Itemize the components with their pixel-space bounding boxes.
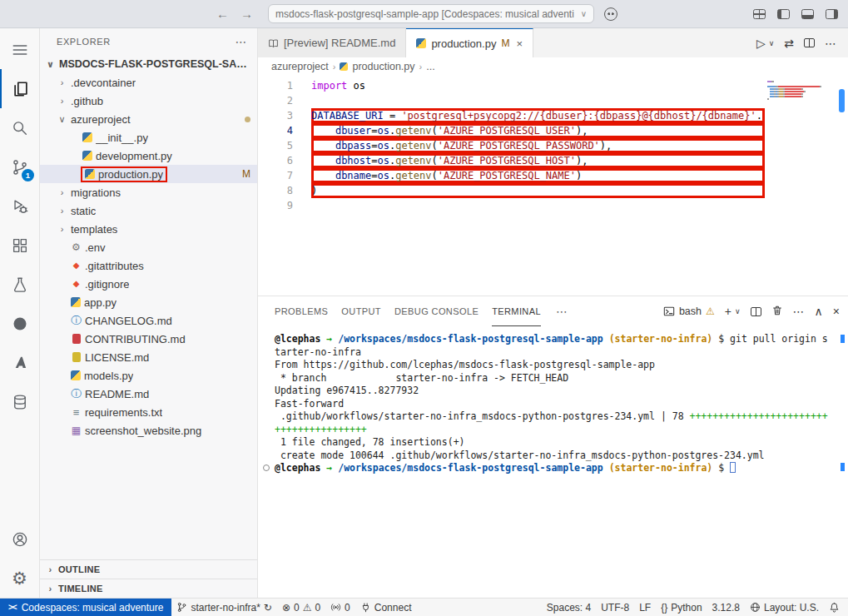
run-dropdown-icon[interactable]: ∨ [769, 39, 775, 47]
python-file-icon [85, 169, 95, 179]
code-line-2[interactable]: 2 [258, 93, 765, 108]
timeline-section[interactable]: › TIMELINE [40, 579, 257, 598]
back-icon[interactable]: ← [216, 7, 229, 21]
testing-beaker-icon[interactable] [0, 265, 39, 304]
connect-button[interactable]: Connect [355, 599, 417, 616]
customize-layout-icon[interactable] [753, 9, 766, 19]
new-terminal-button[interactable]: + [725, 305, 731, 318]
breadcrumb-folder[interactable]: azureproject [271, 61, 329, 72]
tree-item-license-md[interactable]: LICENSE.md [40, 348, 257, 366]
tree-item-templates[interactable]: ›templates [40, 220, 257, 238]
code-line-9[interactable]: 9 [258, 198, 765, 213]
code-line-7[interactable]: 7 dbname=os.getenv('AZURE_POSTGRESQL_NAM… [258, 168, 765, 183]
split-editor-icon[interactable] [804, 38, 815, 47]
branch-indicator[interactable]: starter-no-infra* ↻ [171, 599, 276, 616]
python-version-indicator[interactable]: 3.12.8 [707, 599, 745, 616]
tab-production-py[interactable]: production.py M × [406, 28, 533, 57]
line-number: 7 [258, 168, 293, 183]
ports-indicator[interactable]: 0 [325, 599, 355, 616]
tab-output[interactable]: OUTPUT [341, 296, 381, 326]
minimap[interactable] [765, 76, 836, 296]
eol-indicator[interactable]: LF [634, 599, 656, 616]
explorer-icon[interactable] [0, 69, 39, 108]
toggle-panel-icon[interactable] [801, 9, 814, 19]
tree-item-models-py[interactable]: models.py [40, 366, 257, 385]
source-control-icon[interactable]: 1 [0, 147, 39, 186]
breadcrumb-file[interactable]: production.py [352, 61, 414, 72]
problems-indicator[interactable]: ⊗ 0 ⚠ 0 [277, 599, 325, 616]
split-terminal-icon[interactable] [751, 307, 761, 316]
tree-item-contributing-md[interactable]: CONTRIBUTING.md [40, 330, 257, 348]
more-actions-icon[interactable]: ⋯ [825, 37, 836, 50]
command-center[interactable]: msdocs-flask-postgresql-sample-app [Code… [268, 4, 594, 23]
tab-terminal[interactable]: TERMINAL [492, 296, 541, 326]
tree-item-azureproject[interactable]: ∨azureproject [40, 110, 257, 128]
breadcrumb-symbol[interactable]: ... [426, 61, 434, 72]
forward-icon[interactable]: → [241, 7, 253, 21]
azure-icon[interactable] [0, 343, 39, 382]
language-indicator[interactable]: {} Python [656, 599, 707, 616]
toggle-sidebar-icon[interactable] [777, 9, 790, 19]
menu-icon[interactable] [0, 30, 39, 69]
code-line-3[interactable]: 3DATABASE_URI = 'postgresql+psycopg2://{… [258, 108, 765, 123]
more-actions-icon[interactable]: ⋯ [793, 305, 805, 318]
more-actions-icon[interactable]: ⋯ [235, 35, 247, 48]
tree-item-msdocs-flask-postgresql-sample[interactable]: ∨MSDOCS-FLASK-POSTGRESQL-SAMPLE-... [40, 55, 257, 73]
more-actions-icon[interactable]: ⋯ [556, 305, 568, 318]
copilot-icon[interactable] [604, 7, 617, 21]
tree-item-app-py[interactable]: app.py [40, 293, 257, 311]
tree-item-gitignore[interactable]: ◆.gitignore [40, 275, 257, 293]
close-icon[interactable]: × [516, 37, 523, 50]
run-button[interactable]: ▷ [756, 37, 766, 50]
account-icon[interactable] [0, 519, 39, 559]
tree-item-changelog-md[interactable]: ⓘCHANGELOG.md [40, 311, 257, 330]
tree-item-gitattributes[interactable]: ◆.gitattributes [40, 256, 257, 275]
tree-item-github[interactable]: ›.github [40, 92, 257, 110]
toggle-secondary-sidebar-icon[interactable] [826, 9, 838, 19]
indentation-indicator[interactable]: Spaces: 4 [542, 599, 596, 616]
code-line-6[interactable]: 6 dbhost=os.getenv('AZURE_POSTGRESQL_HOS… [258, 153, 765, 168]
open-changes-icon[interactable]: ⇄ [784, 37, 794, 50]
keyboard-layout-indicator[interactable]: Layout: U.S. [745, 599, 824, 616]
github-icon[interactable] [0, 304, 39, 343]
search-icon[interactable] [0, 108, 39, 147]
code-line-4[interactable]: 4 dbuser=os.getenv('AZURE_POSTGRESQL_USE… [258, 123, 765, 138]
tree-item-readme-md[interactable]: ⓘREADME.md [40, 385, 257, 403]
outline-section[interactable]: › OUTLINE [40, 559, 257, 579]
tree-item-env[interactable]: ⚙.env [40, 238, 257, 256]
kill-terminal-icon[interactable] [771, 305, 783, 319]
tab-debug-console[interactable]: DEBUG CONSOLE [394, 296, 479, 326]
tab-readme-preview[interactable]: [Preview] README.md [258, 28, 406, 57]
database-icon[interactable] [0, 382, 39, 421]
remote-indicator[interactable]: >< Codespaces: musical adventure [0, 599, 171, 616]
code-line-5[interactable]: 5 dbpass=os.getenv('AZURE_POSTGRESQL_PAS… [258, 138, 765, 153]
command-decoration-icon[interactable] [263, 464, 270, 471]
extensions-icon[interactable] [0, 226, 39, 265]
settings-gear-icon[interactable]: ⚙ [0, 559, 39, 598]
chevron-down-icon[interactable]: ∨ [735, 307, 741, 315]
run-debug-icon[interactable] [0, 186, 39, 226]
file-name: .github [71, 95, 103, 107]
tab-problems[interactable]: PROBLEMS [275, 296, 328, 326]
encoding-indicator[interactable]: UTF-8 [596, 599, 634, 616]
tree-item-init-py[interactable]: __init__.py [40, 128, 257, 147]
warning-icon: ⚠ [303, 602, 312, 614]
tree-item-requirements-txt[interactable]: ≡requirements.txt [40, 403, 257, 421]
tree-item-migrations[interactable]: ›migrations [40, 183, 257, 201]
shell-selector[interactable]: bash ⚠ [663, 306, 715, 317]
code-line-1[interactable]: 1import os [258, 78, 765, 93]
tree-item-screenshot-website-png[interactable]: ▦screenshot_website.png [40, 421, 257, 440]
tree-item-development-py[interactable]: development.py [40, 147, 257, 165]
tree-item-production-py[interactable]: production.pyM [40, 165, 257, 183]
chevron-right-icon: › [57, 224, 67, 234]
overview-ruler[interactable] [836, 76, 848, 296]
tree-item-devcontainer[interactable]: ›.devcontainer [40, 73, 257, 92]
image-file-icon: ▦ [71, 425, 82, 435]
tree-item-static[interactable]: ›static [40, 201, 257, 220]
terminal-output[interactable]: @lcephas → /workspaces/msdocs-flask-post… [258, 326, 848, 598]
code-line-8[interactable]: 8) [258, 183, 765, 198]
code-lines[interactable]: 1import os23DATABASE_URI = 'postgresql+p… [258, 76, 765, 296]
notifications-bell-icon[interactable] [824, 599, 845, 616]
close-panel-icon[interactable]: × [833, 305, 840, 318]
maximize-panel-icon[interactable]: ∧ [815, 305, 823, 318]
